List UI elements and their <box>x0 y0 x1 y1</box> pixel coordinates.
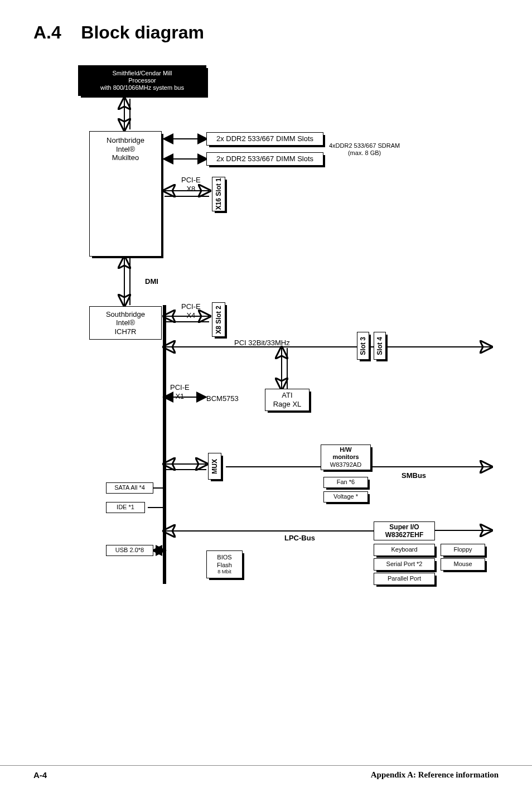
footer-right-app: Appendix A: <box>371 770 418 779</box>
ddr-side-l1: 4xDDR2 533/667 SDRAM <box>329 142 400 149</box>
sata-box: SATA All *4 <box>106 482 153 494</box>
north-l3: Mukilteo <box>112 153 139 162</box>
dimm-top-box: 2x DDR2 533/667 DIMM Slots <box>206 132 323 146</box>
footer-right: Appendix A: Reference information <box>371 770 499 780</box>
footer-right-info: Reference information <box>418 770 499 779</box>
footer-left: A-4 <box>33 770 47 780</box>
hw-l1: H/W <box>340 446 351 453</box>
serial-box: Serial Port *2 <box>374 558 435 571</box>
mux-box: MUX <box>208 453 221 480</box>
x16-slot1-text: X16 Slot 1 <box>215 178 223 210</box>
slot3-text: Slot 3 <box>359 337 367 355</box>
slot4-box: Slot 4 <box>374 332 386 360</box>
page-footer: A-4 Appendix A: Reference information <box>0 765 532 780</box>
north-l1: Northbridge <box>107 136 144 145</box>
bios-l3: 8 Mbit <box>217 569 231 575</box>
fan-box: Fan *6 <box>323 477 368 488</box>
section-title: Block diagram <box>81 22 204 42</box>
southbridge-box: Southbridge Intel® ICH7R <box>89 306 162 340</box>
kb-box: Keyboard <box>374 544 435 556</box>
voltage-box: Voltage * <box>323 491 368 503</box>
slot3-box: Slot 3 <box>357 332 369 360</box>
ati-l2: Rage XL <box>273 400 302 409</box>
pcie-x4-label: PCI-E X4 <box>181 302 201 320</box>
parallel-box: Parallel Port <box>374 573 435 585</box>
ddr-side-l2: (max. 8 GB) <box>329 149 400 157</box>
bios-box: BIOS Flash 8 Mbit <box>206 550 243 578</box>
sio-l1: Super I/O <box>389 523 419 531</box>
slot4-text: Slot 4 <box>376 337 384 355</box>
cpu-l1: Smithfield/Cendar Mill <box>113 70 172 77</box>
x16-slot1-box: X16 Slot 1 <box>212 177 225 211</box>
hw-l3: W83792AD <box>330 461 361 468</box>
south-l1: Southbridge <box>106 310 145 319</box>
sio-l2: W83627EHF <box>385 531 424 539</box>
north-l2: Intel® <box>116 145 135 154</box>
ddr-side-label: 4xDDR2 533/667 SDRAM (max. 8 GB) <box>329 142 400 157</box>
pcie-x1-label: PCI-E X1 <box>170 383 190 400</box>
x8-slot2-text: X8 Slot 2 <box>215 306 223 334</box>
ide-box: IDE *1 <box>106 502 145 513</box>
hw-box: H/W monitors W83792AD <box>321 445 371 470</box>
bios-l2: Flash <box>217 562 232 569</box>
usb-box: USB 2.0*8 <box>106 545 153 556</box>
bcm-label: BCM5753 <box>206 394 239 403</box>
cpu-l3: with 800/1066MHz system bus <box>100 84 184 91</box>
ati-l1: ATI <box>282 391 292 400</box>
bios-l1: BIOS <box>217 554 231 561</box>
cpu-box: Smithfield/Cendar Mill Processor with 80… <box>78 65 206 96</box>
dmi-label: DMI <box>145 277 158 286</box>
ati-box: ATI Rage XL <box>265 389 309 411</box>
section-number: A.4 <box>33 22 61 42</box>
lpc-label: LPC-Bus <box>284 534 315 543</box>
smbus-label: SMBus <box>402 471 426 480</box>
mux-text: MUX <box>211 459 219 474</box>
pcie-x8-label: PCI-E X8 <box>181 176 201 193</box>
mouse-box: Mouse <box>441 558 485 571</box>
south-l2: Intel® <box>116 318 135 327</box>
south-l3: ICH7R <box>114 327 136 336</box>
cpu-l2: Processor <box>128 77 156 84</box>
sio-box: Super I/O W83627EHF <box>374 521 435 540</box>
hw-l2: monitors <box>332 453 359 461</box>
floppy-box: Floppy <box>441 544 485 556</box>
dimm-bot-box: 2x DDR2 533/667 DIMM Slots <box>206 152 323 166</box>
northbridge-box: Northbridge Intel® Mukilteo <box>89 131 162 257</box>
x8-slot2-box: X8 Slot 2 <box>212 302 225 337</box>
block-diagram: Smithfield/Cendar Mill Processor with 80… <box>45 65 502 623</box>
pci-bus-label: PCI 32Bit/33MHz <box>234 339 290 347</box>
